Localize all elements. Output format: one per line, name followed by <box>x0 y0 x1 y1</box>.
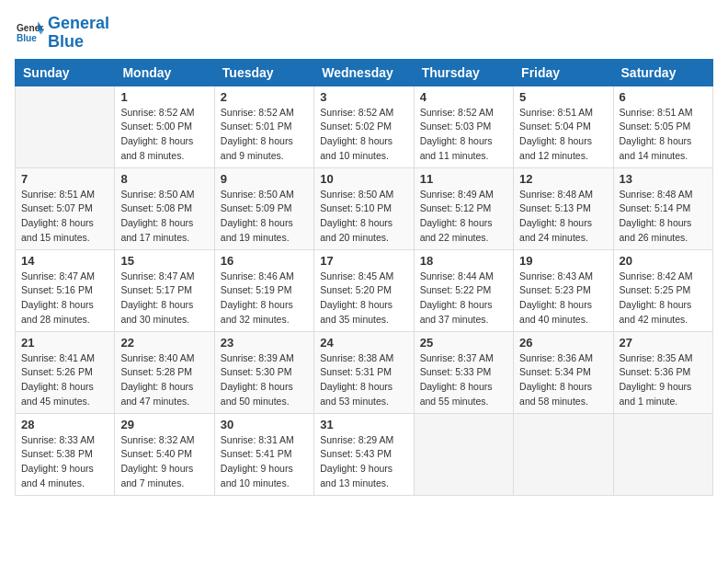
day-cell: 6Sunrise: 8:51 AMSunset: 5:05 PMDaylight… <box>613 86 712 167</box>
day-cell <box>514 413 613 495</box>
logo-icon: General Blue <box>15 20 44 46</box>
header-row: SundayMondayTuesdayWednesdayThursdayFrid… <box>16 59 713 86</box>
day-number: 15 <box>120 254 208 268</box>
day-number: 7 <box>21 172 108 186</box>
day-number: 17 <box>320 254 407 268</box>
day-cell: 19Sunrise: 8:43 AMSunset: 5:23 PMDayligh… <box>514 249 613 331</box>
day-info: Sunrise: 8:47 AMSunset: 5:17 PMDaylight:… <box>120 270 208 327</box>
day-cell: 24Sunrise: 8:38 AMSunset: 5:31 PMDayligh… <box>314 331 414 413</box>
day-number: 14 <box>21 254 108 268</box>
day-number: 23 <box>221 336 308 350</box>
day-cell: 5Sunrise: 8:51 AMSunset: 5:04 PMDaylight… <box>514 86 613 167</box>
day-cell: 17Sunrise: 8:45 AMSunset: 5:20 PMDayligh… <box>314 249 414 331</box>
day-cell: 2Sunrise: 8:52 AMSunset: 5:01 PMDaylight… <box>214 86 313 167</box>
header-cell-friday: Friday <box>514 59 613 86</box>
day-cell: 29Sunrise: 8:32 AMSunset: 5:40 PMDayligh… <box>115 413 214 495</box>
week-row-4: 21Sunrise: 8:41 AMSunset: 5:26 PMDayligh… <box>16 331 713 413</box>
day-number: 19 <box>519 254 607 268</box>
day-info: Sunrise: 8:29 AMSunset: 5:43 PMDaylight:… <box>320 433 407 491</box>
day-info: Sunrise: 8:43 AMSunset: 5:23 PMDaylight:… <box>519 270 607 327</box>
day-info: Sunrise: 8:40 AMSunset: 5:28 PMDaylight:… <box>120 351 208 409</box>
day-number: 22 <box>120 336 208 350</box>
day-cell: 21Sunrise: 8:41 AMSunset: 5:26 PMDayligh… <box>16 331 115 413</box>
day-info: Sunrise: 8:51 AMSunset: 5:05 PMDaylight:… <box>620 106 707 164</box>
day-info: Sunrise: 8:52 AMSunset: 5:03 PMDaylight:… <box>420 106 507 164</box>
day-cell: 27Sunrise: 8:35 AMSunset: 5:36 PMDayligh… <box>613 331 712 413</box>
day-info: Sunrise: 8:48 AMSunset: 5:13 PMDaylight:… <box>519 188 607 246</box>
week-row-5: 28Sunrise: 8:33 AMSunset: 5:38 PMDayligh… <box>16 413 713 495</box>
day-info: Sunrise: 8:52 AMSunset: 5:02 PMDaylight:… <box>320 106 407 164</box>
day-cell: 8Sunrise: 8:50 AMSunset: 5:08 PMDaylight… <box>115 167 214 249</box>
day-cell: 30Sunrise: 8:31 AMSunset: 5:41 PMDayligh… <box>214 413 313 495</box>
day-cell: 7Sunrise: 8:51 AMSunset: 5:07 PMDaylight… <box>16 167 115 249</box>
day-info: Sunrise: 8:42 AMSunset: 5:25 PMDaylight:… <box>620 270 707 327</box>
header-cell-saturday: Saturday <box>613 59 712 86</box>
day-info: Sunrise: 8:46 AMSunset: 5:19 PMDaylight:… <box>221 270 308 327</box>
day-info: Sunrise: 8:32 AMSunset: 5:40 PMDaylight:… <box>120 433 208 491</box>
day-number: 29 <box>120 418 208 431</box>
day-cell: 23Sunrise: 8:39 AMSunset: 5:30 PMDayligh… <box>214 331 313 413</box>
day-number: 21 <box>21 336 108 350</box>
day-info: Sunrise: 8:41 AMSunset: 5:26 PMDaylight:… <box>21 351 108 409</box>
day-cell: 3Sunrise: 8:52 AMSunset: 5:02 PMDaylight… <box>314 86 414 167</box>
day-info: Sunrise: 8:52 AMSunset: 5:01 PMDaylight:… <box>221 106 308 164</box>
day-cell: 20Sunrise: 8:42 AMSunset: 5:25 PMDayligh… <box>613 249 712 331</box>
day-cell: 22Sunrise: 8:40 AMSunset: 5:28 PMDayligh… <box>115 331 214 413</box>
day-number: 2 <box>221 90 308 104</box>
day-info: Sunrise: 8:44 AMSunset: 5:22 PMDaylight:… <box>420 270 507 327</box>
day-cell <box>613 413 712 495</box>
day-number: 6 <box>620 90 707 104</box>
day-cell: 10Sunrise: 8:50 AMSunset: 5:10 PMDayligh… <box>314 167 414 249</box>
day-info: Sunrise: 8:51 AMSunset: 5:07 PMDaylight:… <box>21 188 108 246</box>
day-info: Sunrise: 8:33 AMSunset: 5:38 PMDaylight:… <box>21 433 108 491</box>
day-cell: 13Sunrise: 8:48 AMSunset: 5:14 PMDayligh… <box>613 167 712 249</box>
header-cell-wednesday: Wednesday <box>314 59 414 86</box>
day-info: Sunrise: 8:35 AMSunset: 5:36 PMDaylight:… <box>620 351 707 409</box>
day-number: 5 <box>519 90 607 104</box>
day-number: 9 <box>221 172 308 186</box>
day-info: Sunrise: 8:50 AMSunset: 5:08 PMDaylight:… <box>120 188 208 246</box>
day-number: 3 <box>320 90 407 104</box>
day-cell <box>16 86 115 167</box>
header-cell-thursday: Thursday <box>414 59 513 86</box>
day-info: Sunrise: 8:31 AMSunset: 5:41 PMDaylight:… <box>221 433 308 491</box>
day-cell: 26Sunrise: 8:36 AMSunset: 5:34 PMDayligh… <box>514 331 613 413</box>
header-cell-sunday: Sunday <box>16 59 115 86</box>
day-number: 30 <box>221 418 308 431</box>
page-header: General Blue General Blue <box>15 15 713 52</box>
day-cell: 28Sunrise: 8:33 AMSunset: 5:38 PMDayligh… <box>16 413 115 495</box>
day-cell <box>414 413 513 495</box>
day-info: Sunrise: 8:37 AMSunset: 5:33 PMDaylight:… <box>420 351 507 409</box>
day-number: 13 <box>620 172 707 186</box>
day-number: 28 <box>21 418 108 431</box>
day-info: Sunrise: 8:38 AMSunset: 5:31 PMDaylight:… <box>320 351 407 409</box>
day-cell: 11Sunrise: 8:49 AMSunset: 5:12 PMDayligh… <box>414 167 513 249</box>
day-cell: 31Sunrise: 8:29 AMSunset: 5:43 PMDayligh… <box>314 413 414 495</box>
day-info: Sunrise: 8:45 AMSunset: 5:20 PMDaylight:… <box>320 270 407 327</box>
day-number: 24 <box>320 336 407 350</box>
day-cell: 18Sunrise: 8:44 AMSunset: 5:22 PMDayligh… <box>414 249 513 331</box>
day-cell: 25Sunrise: 8:37 AMSunset: 5:33 PMDayligh… <box>414 331 513 413</box>
day-cell: 12Sunrise: 8:48 AMSunset: 5:13 PMDayligh… <box>514 167 613 249</box>
day-number: 27 <box>620 336 707 350</box>
day-info: Sunrise: 8:49 AMSunset: 5:12 PMDaylight:… <box>420 188 507 246</box>
day-number: 1 <box>120 90 208 104</box>
day-info: Sunrise: 8:50 AMSunset: 5:10 PMDaylight:… <box>320 188 407 246</box>
day-number: 11 <box>420 172 507 186</box>
day-cell: 16Sunrise: 8:46 AMSunset: 5:19 PMDayligh… <box>214 249 313 331</box>
week-row-1: 1Sunrise: 8:52 AMSunset: 5:00 PMDaylight… <box>16 86 713 167</box>
day-number: 31 <box>320 418 407 431</box>
day-info: Sunrise: 8:50 AMSunset: 5:09 PMDaylight:… <box>221 188 308 246</box>
day-number: 8 <box>120 172 208 186</box>
day-cell: 4Sunrise: 8:52 AMSunset: 5:03 PMDaylight… <box>414 86 513 167</box>
day-cell: 14Sunrise: 8:47 AMSunset: 5:16 PMDayligh… <box>16 249 115 331</box>
day-number: 12 <box>519 172 607 186</box>
day-info: Sunrise: 8:36 AMSunset: 5:34 PMDaylight:… <box>519 351 607 409</box>
day-number: 18 <box>420 254 507 268</box>
day-info: Sunrise: 8:39 AMSunset: 5:30 PMDaylight:… <box>221 351 308 409</box>
day-cell: 9Sunrise: 8:50 AMSunset: 5:09 PMDaylight… <box>214 167 313 249</box>
day-cell: 1Sunrise: 8:52 AMSunset: 5:00 PMDaylight… <box>115 86 214 167</box>
day-info: Sunrise: 8:51 AMSunset: 5:04 PMDaylight:… <box>519 106 607 164</box>
day-number: 25 <box>420 336 507 350</box>
header-cell-tuesday: Tuesday <box>214 59 313 86</box>
